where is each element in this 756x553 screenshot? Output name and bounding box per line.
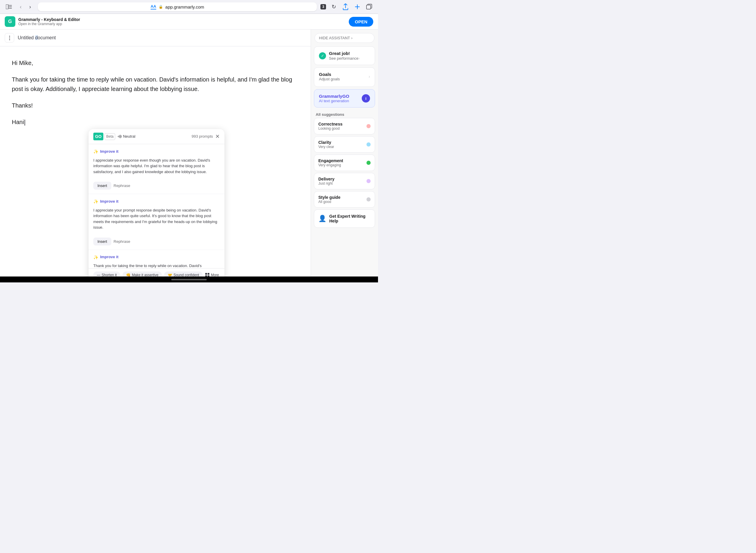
lock-icon: 🔒 (159, 5, 163, 9)
insert-button-2[interactable]: Insert (93, 238, 111, 245)
grammarly-go-info-button[interactable]: i (362, 94, 370, 102)
delivery-sub: Just right (318, 181, 334, 185)
svg-rect-11 (205, 273, 207, 275)
more-label: More (211, 273, 219, 276)
engagement-dot (366, 161, 370, 165)
neutral-indicator: Neutral (117, 134, 135, 140)
sidebar-toggle-button[interactable] (5, 3, 13, 11)
goals-row: Goals Adjust goals › (319, 72, 370, 81)
go-popup: GO Beta Neutral (89, 129, 225, 276)
clarity-text-group: Clarity Very clear (318, 140, 334, 149)
forward-button[interactable]: › (26, 3, 34, 11)
body-text: Thank you for taking the time to reply w… (12, 75, 299, 94)
engagement-item[interactable]: Engagement Very engaging (314, 155, 375, 171)
reload-button[interactable]: ↻ (330, 3, 338, 11)
svg-rect-0 (6, 4, 8, 9)
chevron-right-icon: › (351, 36, 352, 40)
document-area: Untitled document Hi Mike, Thank you for… (0, 29, 311, 276)
rephrase-button-2[interactable]: Rephrase (114, 239, 130, 244)
clarity-item[interactable]: Clarity Very clear (314, 136, 375, 153)
svg-rect-7 (118, 136, 118, 137)
shorten-label: Shorten it (102, 273, 117, 276)
sparkle-icon-3: ✨ (93, 254, 98, 260)
engagement-sub: Very engaging (318, 163, 343, 167)
sound-confident-chip[interactable]: 🤝 Sound confident (164, 271, 202, 276)
menu-button[interactable] (5, 33, 14, 43)
svg-rect-12 (207, 273, 209, 275)
engagement-row: Engagement Very engaging (318, 158, 370, 167)
go-suggestions-scroll: ✨ Improve it I appreciate your response … (89, 144, 225, 268)
suggestion-header-3: ✨ Improve it (93, 254, 220, 260)
go-chips: — Shorten it 👊 Make it assertive 🤝 Sound… (89, 268, 225, 276)
style-guide-item[interactable]: Style guide All good (314, 191, 375, 208)
doc-toolbar: Untitled document (0, 29, 311, 47)
great-job-section[interactable]: ✓ Great job! See performance › (314, 47, 375, 65)
style-guide-row: Style guide All good (318, 195, 370, 204)
check-circle-icon: ✓ (319, 52, 326, 59)
share-button[interactable] (341, 3, 350, 11)
expert-writing-section[interactable]: 👤 Get Expert Writing Help (314, 210, 375, 228)
svg-rect-13 (205, 275, 207, 276)
all-suggestions-label: All suggestions (311, 110, 378, 118)
menu-dots-icon (9, 36, 10, 40)
correctness-text-group: Correctness Looking good (318, 122, 343, 131)
rephrase-button-1[interactable]: Rephrase (114, 183, 130, 188)
correctness-title: Correctness (318, 122, 343, 127)
delivery-dot (366, 179, 370, 183)
grammarly-go-title: GrammarlyGO (319, 94, 349, 99)
expert-writing-text-group: Get Expert Writing Help (329, 214, 370, 223)
prompts-count: 993 prompts (192, 134, 213, 140)
shorten-it-chip[interactable]: — Shorten it (93, 271, 120, 276)
hide-assistant-label: HIDE ASSISTANT (319, 36, 350, 40)
svg-rect-14 (207, 275, 209, 276)
app-bar: G Grammarly - Keyboard & Editor Open in … (0, 14, 378, 29)
nav-buttons: ‹ › (16, 3, 34, 11)
grammarly-go-row: GrammarlyGO AI text generation i (319, 94, 370, 103)
clarity-sub: Very clear (318, 145, 334, 149)
engagement-title: Engagement (318, 158, 343, 163)
clarity-row: Clarity Very clear (318, 140, 370, 149)
grammarly-go-sub: AI text generation (319, 99, 349, 103)
insert-button-1[interactable]: Insert (93, 182, 111, 190)
document-title: Untitled document (18, 35, 56, 41)
go-suggestion-2: ✨ Improve it I appreciate your prompt re… (89, 194, 225, 250)
go-popup-close-button[interactable]: ✕ (215, 133, 220, 140)
url-bar[interactable]: AA 🔒 app.grammarly.com (38, 2, 317, 11)
more-chips-button[interactable]: More (205, 273, 219, 276)
go-label: GO (93, 133, 103, 140)
main-layout: Untitled document Hi Mike, Thank you for… (0, 29, 378, 276)
improve-label-3: Improve it (100, 254, 118, 260)
back-button[interactable]: ‹ (16, 3, 25, 11)
great-job-text-group: Great job! See performance › (329, 51, 360, 61)
goals-title-label: Goals Adjust goals (319, 72, 340, 81)
goals-text-group: Goals Adjust goals (319, 72, 340, 81)
text-cursor (24, 120, 25, 126)
suggestion-text-3: Thank you for taking the time to reply w… (93, 263, 220, 268)
sparkle-icon-1: ✨ (93, 148, 98, 155)
url-text: app.grammarly.com (165, 4, 204, 9)
delivery-item[interactable]: Delivery Just right (314, 173, 375, 189)
delivery-title: Delivery (318, 177, 334, 181)
new-tab-button[interactable] (353, 3, 361, 11)
expert-writing-title: Get Expert Writing Help (329, 214, 370, 223)
open-app-button[interactable]: OPEN (349, 17, 373, 26)
correctness-item[interactable]: Correctness Looking good (314, 118, 375, 135)
goals-section[interactable]: Goals Adjust goals › (314, 67, 375, 87)
clarity-dot (366, 142, 370, 147)
great-job-content: ✓ Great job! See performance › (319, 51, 370, 61)
browser-actions: 3 ↻ (320, 3, 373, 11)
expert-writing-icon: 👤 (318, 215, 326, 223)
engagement-text-group: Engagement Very engaging (318, 158, 343, 167)
document-content[interactable]: Hi Mike, Thank you for taking the time t… (0, 47, 311, 276)
grammarly-go-section[interactable]: GrammarlyGO AI text generation i (314, 89, 375, 107)
clarity-title: Clarity (318, 140, 334, 145)
hide-assistant-button[interactable]: HIDE ASSISTANT › (315, 33, 374, 43)
make-assertive-chip[interactable]: 👊 Make it assertive (122, 271, 162, 276)
svg-rect-10 (121, 135, 122, 138)
text-size-control[interactable]: AA (151, 4, 156, 9)
grammarly-go-text-group: GrammarlyGO AI text generation (319, 94, 349, 103)
tab-count[interactable]: 3 (320, 4, 326, 9)
correctness-sub: Looking good (318, 127, 343, 131)
shorten-icon: — (97, 273, 100, 276)
tab-switcher-button[interactable] (365, 3, 373, 11)
